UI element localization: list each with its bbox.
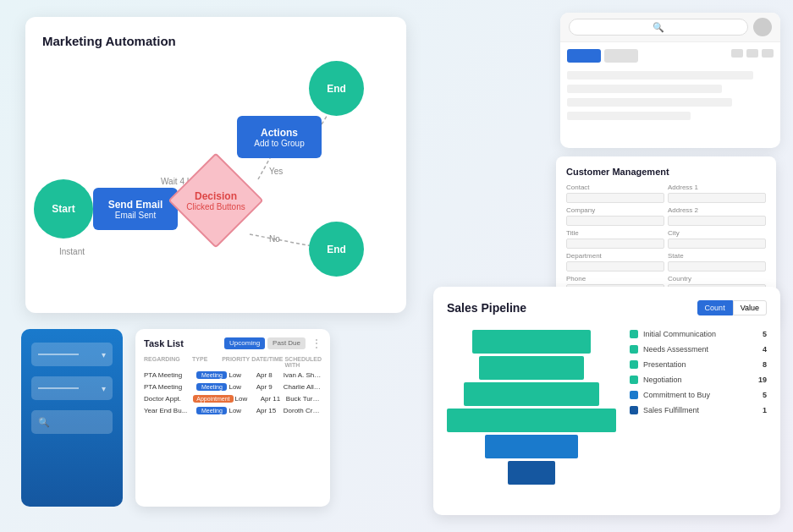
panel-dropdown-1[interactable]: ▾ [31, 343, 113, 366]
browser-row-2 [567, 85, 722, 93]
browser-row-3 [567, 98, 732, 107]
send-email-node: Send Email Email Sent [93, 188, 178, 230]
no-label: No [269, 234, 280, 244]
chevron-down-icon-2: ▾ [102, 384, 106, 393]
funnel-bar-4 [447, 409, 616, 432]
task-cell-type-2: Meeting [196, 383, 227, 391]
company-label: Company [566, 206, 664, 214]
marketing-automation-card: Marketing Automation Start [25, 17, 406, 313]
task-cell-type-4: Meeting [196, 407, 227, 414]
panel-search-bar[interactable]: 🔍 [31, 410, 113, 434]
browser-tool-3[interactable] [762, 49, 774, 58]
task-cell-date-4: Apr 15 [256, 407, 282, 414]
toggle-value-btn[interactable]: Value [733, 300, 767, 315]
legend-label-3: Presentation [643, 360, 757, 369]
browser-tab-bar [567, 49, 774, 63]
legend-value-6: 1 [763, 406, 767, 414]
state-label: State [668, 252, 766, 260]
col-scheduled: SCHEDULED WITH [284, 356, 322, 368]
toggle-count-btn[interactable]: Count [697, 300, 733, 315]
legend-value-5: 5 [763, 391, 767, 399]
browser-content [560, 42, 780, 127]
task-row-2[interactable]: PTA Meeting Meeting Low Apr 9 Charlie Al… [144, 383, 322, 391]
pipeline-legend: Initial Communication 5 Needs Assessment… [630, 326, 767, 485]
state-input[interactable] [668, 261, 766, 271]
decision-text: Decision Clicked Buttons [173, 167, 258, 234]
funnel-bar-2 [479, 356, 584, 380]
task-cell-regarding-4: Year End Bu... [144, 407, 195, 414]
task-table-header: REGARDING TYPE PRIORITY DATE/TIME SCHEDU… [144, 356, 322, 368]
panel-dropdown-2[interactable]: ▾ [31, 376, 113, 400]
legend-item-1: Initial Communication 5 [630, 330, 767, 338]
legend-dot-6 [630, 406, 638, 414]
sales-pipeline-card: Sales Pipeline Count Value Initial Commu… [433, 287, 780, 515]
department-input[interactable] [566, 261, 664, 271]
task-cell-type-3: Appointment [193, 395, 233, 403]
task-cell-scheduled-4: Doroth Crane [284, 407, 322, 414]
task-row-4[interactable]: Year End Bu... Meeting Low Apr 15 Doroth… [144, 407, 322, 414]
legend-item-6: Sales Fulfillment 1 [630, 406, 767, 414]
chevron-down-icon-1: ▾ [102, 350, 106, 359]
task-cell-type-1: Meeting [196, 371, 227, 379]
yes-label: Yes [269, 167, 283, 176]
col-type: TYPE [192, 356, 220, 368]
funnel-bar-1 [472, 330, 591, 354]
funnel-bar-3 [464, 382, 599, 406]
address2-input[interactable] [668, 216, 766, 226]
phone-label: Phone [566, 275, 664, 282]
address1-input[interactable] [668, 193, 766, 203]
task-title: Task List [144, 338, 184, 348]
company-input[interactable] [566, 216, 664, 226]
browser-tab-2[interactable] [604, 49, 638, 63]
browser-tool-2[interactable] [746, 49, 758, 58]
legend-value-2: 4 [763, 345, 767, 354]
browser-row-1 [567, 71, 753, 80]
task-list-card: Task List Upcoming Past Due ⋮ REGARDING … [135, 329, 330, 507]
panel-input-bar-1 [38, 354, 79, 355]
form-field-company: Company [566, 206, 664, 226]
col-priority: PRIORITY [222, 356, 250, 368]
upcoming-filter-btn[interactable]: Upcoming [224, 337, 265, 349]
marketing-title: Marketing Automation [42, 34, 389, 48]
col-datetime: DATE/TIME [251, 356, 283, 368]
task-header: Task List Upcoming Past Due ⋮ [144, 337, 322, 349]
end-bottom-node: End [309, 222, 364, 277]
address2-label: Address 2 [668, 206, 766, 214]
legend-value-1: 5 [763, 330, 767, 338]
legend-dot-2 [630, 345, 638, 354]
legend-label-1: Initial Communication [643, 330, 757, 338]
flow-area: Start Instant Send Email Email Sent Wait… [42, 65, 389, 302]
city-label: City [668, 229, 766, 237]
browser-tool-1[interactable] [731, 49, 743, 58]
browser-row-4 [567, 112, 691, 120]
city-input[interactable] [668, 239, 766, 249]
legend-label-6: Sales Fulfillment [643, 406, 757, 414]
browser-avatar [753, 18, 772, 36]
legend-dot-4 [630, 376, 638, 384]
title-label: Title [566, 229, 664, 237]
country-label: Country [668, 275, 766, 282]
form-field-state: State [668, 252, 766, 271]
browser-search-bar[interactable]: 🔍 [569, 19, 748, 36]
title-input[interactable] [566, 239, 664, 249]
legend-label-4: Negotiation [643, 376, 753, 384]
task-cell-date-2: Apr 9 [256, 383, 282, 391]
legend-dot-3 [630, 360, 638, 369]
form-field-department: Department [566, 252, 664, 271]
address1-label: Address 1 [668, 184, 766, 191]
contact-label: Contact [566, 184, 664, 191]
legend-label-5: Commitment to Buy [643, 391, 757, 399]
past-due-filter-btn[interactable]: Past Due [267, 337, 306, 349]
task-row-1[interactable]: PTA Meeting Meeting Low Apr 8 Ivan A. Sh… [144, 371, 322, 379]
contact-input[interactable] [566, 193, 664, 203]
task-row-3[interactable]: Doctor Appt. Appointment Low Apr 11 Buck… [144, 395, 322, 403]
legend-dot-5 [630, 391, 638, 399]
left-blue-panel: ▾ ▾ 🔍 [21, 329, 123, 507]
legend-label-2: Needs Assessment [643, 345, 757, 354]
task-cell-scheduled-3: Buck Turgidson [286, 395, 322, 403]
task-menu-icon[interactable]: ⋮ [311, 337, 322, 349]
form-field-address2: Address 2 [668, 206, 766, 226]
form-field-city: City [668, 229, 766, 249]
browser-tab-active[interactable] [567, 49, 601, 63]
task-cell-priority-3: Low [235, 395, 259, 403]
